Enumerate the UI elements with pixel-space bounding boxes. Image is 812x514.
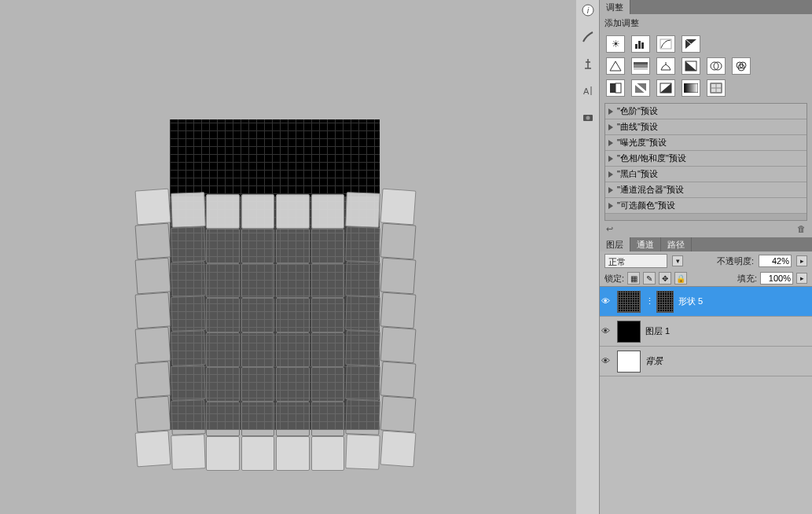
svg-rect-7 bbox=[638, 41, 641, 49]
svg-rect-21 bbox=[615, 83, 621, 93]
preset-item[interactable]: "通道混合器"预设 bbox=[605, 182, 806, 198]
visibility-eye-icon[interactable]: 👁 bbox=[601, 356, 612, 367]
svg-point-5 bbox=[586, 116, 590, 120]
photo-filter-icon[interactable] bbox=[707, 57, 726, 75]
preset-label: "通道混合器"预设 bbox=[617, 184, 684, 196]
opacity-label: 不透明度: bbox=[717, 255, 754, 267]
info-icon[interactable]: i bbox=[581, 3, 595, 17]
posterize-icon[interactable] bbox=[631, 79, 650, 97]
layer-row[interactable]: 👁 背景 bbox=[600, 347, 812, 376]
blend-mode-dropdown-icon[interactable]: ▾ bbox=[672, 255, 683, 266]
preset-item[interactable]: "色相/饱和度"预设 bbox=[605, 151, 806, 167]
chevron-right-icon bbox=[608, 140, 613, 146]
shape-5-layer bbox=[170, 196, 380, 430]
threshold-icon[interactable] bbox=[656, 79, 675, 97]
exposure-icon[interactable] bbox=[682, 35, 700, 53]
layers-tabbar: 图层 通道 路径 bbox=[600, 237, 812, 251]
clone-icon[interactable] bbox=[581, 57, 595, 71]
color-balance-icon[interactable] bbox=[656, 57, 675, 75]
layer-row[interactable]: 👁 图层 1 bbox=[600, 317, 812, 347]
layers-panel: 正常 ▾ 不透明度: ▸ 锁定: ▦ ✎ ✥ 🔒 填充: ▸ bbox=[600, 251, 812, 514]
levels-icon[interactable] bbox=[631, 35, 650, 53]
brightness-contrast-icon[interactable]: ☀ bbox=[606, 35, 625, 53]
curves-icon[interactable] bbox=[656, 35, 675, 53]
lock-all-icon[interactable]: 🔒 bbox=[674, 272, 687, 285]
channel-mixer-icon[interactable] bbox=[732, 57, 751, 75]
svg-rect-9 bbox=[660, 39, 671, 49]
adjustment-icon-grid: ☀ bbox=[600, 32, 812, 100]
lock-image-icon[interactable]: ✎ bbox=[643, 272, 656, 285]
visibility-eye-icon[interactable]: 👁 bbox=[601, 326, 612, 337]
layer-name: 形状 5 bbox=[678, 296, 703, 307]
layer-thumbnail[interactable] bbox=[617, 321, 641, 343]
fill-label: 填充: bbox=[737, 273, 757, 285]
preset-item[interactable]: "色阶"预设 bbox=[605, 104, 806, 119]
opacity-input[interactable] bbox=[759, 255, 792, 267]
vector-mask-thumbnail[interactable] bbox=[656, 291, 674, 313]
layer-list: 👁 ⋮ 形状 5 👁 图层 1 👁 背景 bbox=[600, 287, 812, 514]
type-icon[interactable]: A bbox=[581, 83, 595, 97]
tab-layers[interactable]: 图层 bbox=[600, 237, 630, 251]
vibrance-icon[interactable] bbox=[606, 57, 625, 75]
preset-item[interactable]: "黑白"预设 bbox=[605, 167, 806, 182]
add-adjustment-label: 添加调整 bbox=[600, 14, 812, 32]
svg-rect-12 bbox=[634, 62, 648, 64]
tab-channels[interactable]: 通道 bbox=[630, 237, 661, 251]
chevron-right-icon bbox=[608, 108, 613, 115]
blend-mode-select[interactable]: 正常 bbox=[604, 254, 667, 268]
visibility-eye-icon[interactable]: 👁 bbox=[601, 296, 612, 307]
preset-scroll[interactable]: "色阶"预设 "曲线"预设 "曝光度"预设 "色相/饱和度"预设 "黑白"预设 … bbox=[605, 104, 806, 221]
preset-item[interactable]: "可选颜色"预设 bbox=[605, 198, 806, 214]
opacity-stepper-icon[interactable]: ▸ bbox=[796, 255, 807, 266]
layer-thumbnail[interactable] bbox=[617, 291, 641, 313]
vertical-toolbar: i A bbox=[576, 0, 600, 514]
chevron-right-icon bbox=[608, 187, 613, 193]
adjustments-tabbar: 调整 bbox=[600, 0, 812, 14]
preset-label: "色阶"预设 bbox=[617, 105, 658, 117]
invert-icon[interactable] bbox=[606, 79, 625, 97]
svg-text:A: A bbox=[583, 86, 590, 96]
layer-row[interactable]: 👁 ⋮ 形状 5 bbox=[600, 287, 812, 317]
svg-rect-13 bbox=[634, 68, 648, 70]
preset-label: "曝光度"预设 bbox=[617, 137, 667, 149]
brush-icon[interactable] bbox=[581, 30, 595, 44]
fill-input[interactable] bbox=[760, 272, 793, 285]
right-side: i A 调整 添加调整 ☀ bbox=[576, 0, 812, 514]
layer-thumbnail[interactable] bbox=[617, 351, 641, 373]
chevron-right-icon bbox=[608, 124, 613, 130]
svg-rect-8 bbox=[641, 42, 644, 49]
svg-rect-24 bbox=[684, 83, 698, 93]
gradient-map-icon[interactable] bbox=[682, 79, 700, 97]
canvas-area[interactable] bbox=[0, 0, 576, 514]
chevron-right-icon bbox=[608, 171, 613, 178]
lock-transparent-icon[interactable]: ▦ bbox=[627, 272, 640, 285]
lock-label: 锁定: bbox=[604, 273, 624, 285]
preset-item[interactable]: "曝光度"预设 bbox=[605, 135, 806, 151]
return-icon[interactable]: ↩ bbox=[606, 224, 613, 234]
trash-icon[interactable]: 🗑 bbox=[797, 224, 806, 234]
tab-adjustments[interactable]: 调整 bbox=[600, 0, 630, 14]
selective-color-icon[interactable] bbox=[707, 79, 726, 97]
fill-stepper-icon[interactable]: ▸ bbox=[796, 273, 807, 284]
preset-label: "黑白"预设 bbox=[617, 168, 658, 180]
preset-item[interactable]: "曲线"预设 bbox=[605, 119, 806, 135]
svg-rect-20 bbox=[610, 83, 615, 93]
camera-icon[interactable] bbox=[581, 110, 595, 124]
chevron-right-icon bbox=[608, 156, 613, 162]
layer-name: 背景 bbox=[645, 355, 663, 367]
black-white-icon[interactable] bbox=[682, 57, 700, 75]
vector-mask-link-icon[interactable]: ⋮ bbox=[645, 296, 652, 307]
preset-label: "可选颜色"预设 bbox=[617, 200, 675, 211]
svg-rect-6 bbox=[635, 44, 637, 49]
panels-column: 调整 添加调整 ☀ bbox=[600, 0, 812, 514]
lock-position-icon[interactable]: ✥ bbox=[659, 272, 671, 285]
app-root: i A 调整 添加调整 ☀ bbox=[0, 0, 812, 514]
layer-name: 图层 1 bbox=[645, 325, 670, 337]
tab-paths[interactable]: 路径 bbox=[661, 237, 692, 251]
preset-label: "曲线"预设 bbox=[617, 121, 658, 133]
panel-footer-icons: ↩ 🗑 bbox=[600, 221, 812, 237]
preset-label: "色相/饱和度"预设 bbox=[617, 152, 686, 164]
preset-list: "色阶"预设 "曲线"预设 "曝光度"预设 "色相/饱和度"预设 "黑白"预设 … bbox=[604, 103, 807, 221]
chevron-right-icon bbox=[608, 203, 613, 209]
hue-saturation-icon[interactable] bbox=[631, 57, 650, 75]
